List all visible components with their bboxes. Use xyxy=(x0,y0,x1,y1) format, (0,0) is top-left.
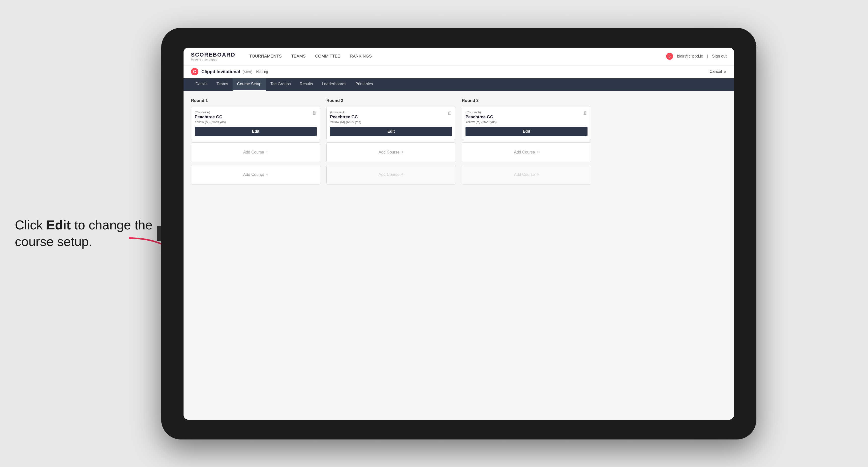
round-2-add-course-2-text: Add Course + xyxy=(378,172,403,177)
round-2-column: Round 2 🗑 (Course A) Peachtree GC Yellow… xyxy=(327,98,456,187)
round-3-label: Round 3 xyxy=(462,98,591,103)
round-3-add-course-2: Add Course + xyxy=(462,165,591,185)
cancel-icon: ✕ xyxy=(723,69,726,74)
round-3-course-details: Yellow (M) (6629 yds) xyxy=(465,120,588,124)
round-1-add-course-1-label: Add Course xyxy=(243,150,264,155)
round-1-course-name: Peachtree GC xyxy=(195,115,317,120)
tablet-side-button xyxy=(157,226,161,241)
nav-tournaments[interactable]: TOURNAMENTS xyxy=(245,52,286,60)
round-2-add-course-1[interactable]: Add Course + xyxy=(327,142,456,162)
round-1-label: Round 1 xyxy=(191,98,320,103)
scoreboard-logo: SCOREBOARD Powered by clippd xyxy=(191,52,235,61)
instruction-panel: Click Edit to change the course setup. xyxy=(15,217,159,250)
user-email: blair@clippd.io xyxy=(677,54,703,59)
round-1-plus-icon-2: + xyxy=(266,172,268,177)
round-3-add-course-1[interactable]: Add Course + xyxy=(462,142,591,162)
round-2-add-course-2-label: Add Course xyxy=(378,173,400,177)
round-1-add-course-1-text: Add Course + xyxy=(243,150,268,155)
tab-printables[interactable]: Printables xyxy=(351,79,377,91)
top-nav-links: TOURNAMENTS TEAMS COMMITTEE RANKINGS xyxy=(245,52,666,60)
round-2-plus-icon-1: + xyxy=(401,150,404,155)
tab-leaderboards[interactable]: Leaderboards xyxy=(317,79,351,91)
sub-header-logo: C xyxy=(191,68,198,75)
tab-course-setup[interactable]: Course Setup xyxy=(232,79,266,91)
tournament-name: Clippd Invitational xyxy=(202,69,240,74)
cancel-button[interactable]: Cancel ✕ xyxy=(710,69,726,74)
tab-teams[interactable]: Teams xyxy=(212,79,232,91)
round-3-add-course-1-label: Add Course xyxy=(514,150,535,155)
round-2-add-course-2: Add Course + xyxy=(327,165,456,185)
round-1-column: Round 1 🗑 (Course A) Peachtree GC Yellow… xyxy=(191,98,320,187)
tablet-screen: SCOREBOARD Powered by clippd TOURNAMENTS… xyxy=(184,48,734,419)
round-1-course-a-card: 🗑 (Course A) Peachtree GC Yellow (M) (66… xyxy=(191,107,320,140)
round-1-course-label: (Course A) xyxy=(195,111,317,114)
round-2-edit-button[interactable]: Edit xyxy=(330,127,452,136)
round-2-plus-icon-2: + xyxy=(401,172,404,177)
user-avatar: b xyxy=(666,53,673,60)
round-1-add-course-2[interactable]: Add Course + xyxy=(191,165,320,185)
hosting-badge: Hosting xyxy=(256,70,268,74)
round-2-add-course-1-text: Add Course + xyxy=(378,150,403,155)
nav-rankings[interactable]: RANKINGS xyxy=(346,52,376,60)
tab-details[interactable]: Details xyxy=(191,79,212,91)
instruction-bold: Edit xyxy=(46,218,71,232)
round-1-course-details: Yellow (M) (6629 yds) xyxy=(195,120,317,124)
nav-committee[interactable]: COMMITTEE xyxy=(311,52,344,60)
tournament-gender: (Men) xyxy=(243,70,252,74)
main-content: Round 1 🗑 (Course A) Peachtree GC Yellow… xyxy=(184,91,734,419)
top-nav-right: b blair@clippd.io | Sign out xyxy=(666,53,726,60)
top-nav: SCOREBOARD Powered by clippd TOURNAMENTS… xyxy=(184,48,734,65)
nav-separator: | xyxy=(707,54,708,59)
round-2-label: Round 2 xyxy=(327,98,456,103)
round-3-add-course-2-label: Add Course xyxy=(514,173,535,177)
logo-letter: C xyxy=(193,69,196,74)
round-1-add-course-2-text: Add Course + xyxy=(243,172,268,177)
round-3-course-a-card: 🗑 (Course A) Peachtree GC Yellow (M) (66… xyxy=(462,107,591,140)
round-2-course-name: Peachtree GC xyxy=(330,115,452,120)
round-2-delete-button[interactable]: 🗑 xyxy=(447,110,453,117)
round-3-edit-button[interactable]: Edit xyxy=(465,127,588,136)
round-3-course-label: (Course A) xyxy=(465,111,588,114)
round-2-add-course-1-label: Add Course xyxy=(378,150,400,155)
round-4-column-empty xyxy=(597,98,726,187)
round-3-add-course-1-text: Add Course + xyxy=(514,150,539,155)
round-3-delete-button[interactable]: 🗑 xyxy=(582,110,589,117)
round-1-delete-button[interactable]: 🗑 xyxy=(311,110,318,117)
rounds-grid: Round 1 🗑 (Course A) Peachtree GC Yellow… xyxy=(191,98,726,187)
tab-tee-groups[interactable]: Tee Groups xyxy=(266,79,296,91)
round-1-edit-button[interactable]: Edit xyxy=(195,127,317,136)
round-1-add-course-2-label: Add Course xyxy=(243,173,264,177)
logo-subtitle: Powered by clippd xyxy=(191,58,235,61)
tablet-shell: SCOREBOARD Powered by clippd TOURNAMENTS… xyxy=(161,28,756,439)
cancel-label: Cancel xyxy=(710,69,722,74)
round-3-column: Round 3 🗑 (Course A) Peachtree GC Yellow… xyxy=(462,98,591,187)
round-3-course-name: Peachtree GC xyxy=(465,115,588,120)
tab-bar: Details Teams Course Setup Tee Groups Re… xyxy=(184,79,734,91)
round-3-plus-icon-2: + xyxy=(536,172,539,177)
nav-teams[interactable]: TEAMS xyxy=(287,52,310,60)
sub-header: C Clippd Invitational (Men) Hosting Canc… xyxy=(184,65,734,79)
round-2-course-a-card: 🗑 (Course A) Peachtree GC Yellow (M) (66… xyxy=(327,107,456,140)
instruction-text-prefix: Click xyxy=(15,218,46,232)
round-2-course-label: (Course A) xyxy=(330,111,452,114)
sign-out-link[interactable]: Sign out xyxy=(712,54,726,59)
round-3-plus-icon-1: + xyxy=(536,150,539,155)
round-1-add-course-1[interactable]: Add Course + xyxy=(191,142,320,162)
round-3-add-course-2-text: Add Course + xyxy=(514,172,539,177)
logo-title: SCOREBOARD xyxy=(191,52,235,58)
round-1-plus-icon-1: + xyxy=(266,150,268,155)
tab-results[interactable]: Results xyxy=(296,79,317,91)
round-2-course-details: Yellow (M) (6629 yds) xyxy=(330,120,452,124)
